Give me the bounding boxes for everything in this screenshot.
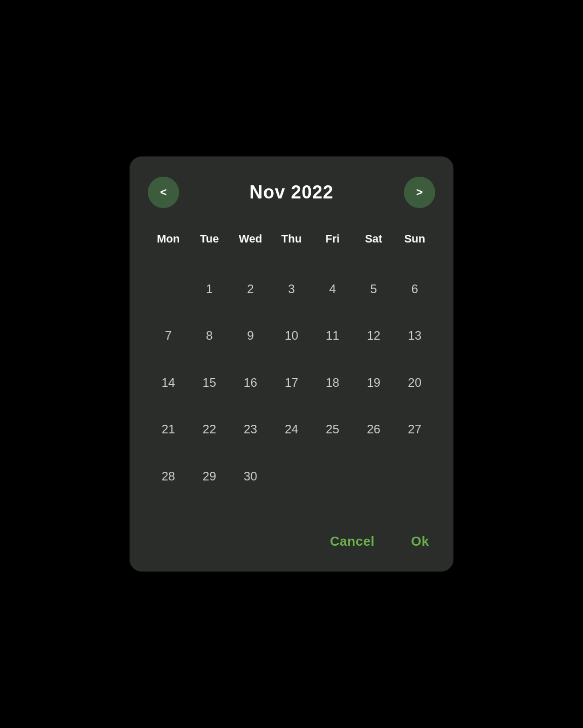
- day-cell[interactable]: 6: [401, 275, 428, 303]
- day-cell: [360, 463, 387, 490]
- day-cell[interactable]: 29: [196, 463, 223, 490]
- day-cell[interactable]: 7: [155, 322, 182, 349]
- day-cell[interactable]: 5: [360, 275, 387, 303]
- day-cell[interactable]: 12: [360, 322, 387, 349]
- day-cell: [278, 463, 305, 490]
- day-cell[interactable]: 13: [401, 322, 428, 349]
- day-cell[interactable]: 8: [196, 322, 223, 349]
- calendar-header: < Nov 2022 >: [148, 177, 435, 208]
- day-cell[interactable]: 17: [278, 369, 305, 396]
- day-header-mon: Mon: [148, 226, 189, 271]
- day-cell[interactable]: 23: [237, 416, 264, 443]
- day-cell[interactable]: 25: [319, 416, 346, 443]
- day-cell[interactable]: 21: [155, 416, 182, 443]
- day-cell[interactable]: 20: [401, 369, 428, 396]
- day-cell: [401, 463, 428, 490]
- ok-button[interactable]: Ok: [405, 530, 435, 553]
- calendar-dialog: < Nov 2022 > Mon Tue Wed Thu Fri Sat Sun…: [130, 156, 453, 572]
- prev-month-button[interactable]: <: [148, 177, 179, 208]
- day-cell[interactable]: 15: [196, 369, 223, 396]
- day-cell[interactable]: 30: [237, 463, 264, 490]
- day-cell: [155, 275, 182, 303]
- day-cell[interactable]: 9: [237, 322, 264, 349]
- day-cell[interactable]: 1: [196, 275, 223, 303]
- day-header-fri: Fri: [312, 226, 353, 271]
- month-year-title: Nov 2022: [249, 182, 334, 203]
- day-header-thu: Thu: [271, 226, 312, 271]
- day-cell[interactable]: 3: [278, 275, 305, 303]
- day-header-tue: Tue: [189, 226, 230, 271]
- day-cell[interactable]: 11: [319, 322, 346, 349]
- day-header-wed: Wed: [230, 226, 271, 271]
- day-cell[interactable]: 18: [319, 369, 346, 396]
- next-month-button[interactable]: >: [404, 177, 435, 208]
- day-cell[interactable]: 19: [360, 369, 387, 396]
- day-cell[interactable]: 4: [319, 275, 346, 303]
- day-cell[interactable]: 14: [155, 369, 182, 396]
- day-header-sun: Sun: [394, 226, 435, 271]
- day-cell[interactable]: 27: [401, 416, 428, 443]
- day-cell[interactable]: 24: [278, 416, 305, 443]
- day-cell[interactable]: 10: [278, 322, 305, 349]
- calendar-footer: Cancel Ok: [148, 521, 435, 553]
- cancel-button[interactable]: Cancel: [324, 530, 381, 553]
- day-cell: [319, 463, 346, 490]
- day-cell[interactable]: 22: [196, 416, 223, 443]
- calendar-grid: Mon Tue Wed Thu Fri Sat Sun 1 2 3 4 5 6 …: [148, 226, 435, 505]
- day-cell[interactable]: 26: [360, 416, 387, 443]
- day-header-sat: Sat: [353, 226, 394, 271]
- day-cell[interactable]: 28: [155, 463, 182, 490]
- day-cell[interactable]: 16: [237, 369, 264, 396]
- day-cell[interactable]: 2: [237, 275, 264, 303]
